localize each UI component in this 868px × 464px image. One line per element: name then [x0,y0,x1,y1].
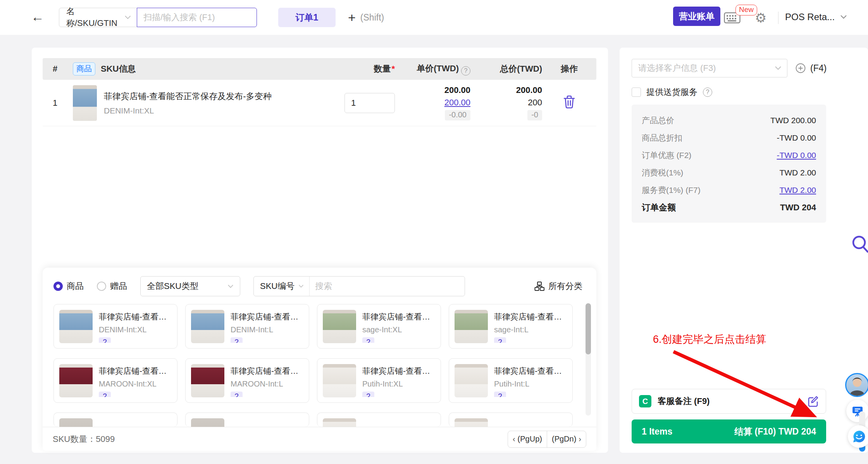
search-magnifier-icon[interactable] [851,235,868,255]
radio-selected-icon [53,282,63,291]
unit-discount: -0.00 [445,110,470,120]
checkout-button[interactable]: 1 Items 结算 (F10) TWD 204 [632,419,826,443]
product-card-image [59,418,93,427]
card-qty-badge: 2 [231,392,243,397]
col-sku-info: 商品 SKU信息 [66,62,313,76]
summary-row-order-discount: 订单优惠 (F2)-TWD 0.00 [642,146,816,164]
row-unit-price-cell: 200.00 200.00 -0.00 [395,85,470,120]
plus-circle-icon [796,63,806,73]
pgdn-label: (PgDn) [552,435,576,443]
page-up-button[interactable]: ‹ (PgUp) [508,431,547,447]
product-card[interactable]: 菲律宾店铺-查看能否正... DENIM-Int:L 2 [185,304,309,349]
search-input[interactable] [137,8,257,27]
card-qty-badge: 2 [362,337,374,343]
card-variant: MAROON-Int:L [231,380,303,388]
row-qty-cell [313,93,395,113]
scrollbar-thumb[interactable] [586,303,591,354]
business-bill-button[interactable]: 营业账单 [673,7,720,26]
sku-type-select[interactable]: 全部SKU类型 [140,276,240,296]
product-list-footer: SKU数量：5099 ‹ (PgUp) (PgDn) › [43,427,596,451]
product-card[interactable]: 菲律宾店铺-查看能否正... MAROON-Int:XL 2 [53,358,177,403]
delivery-service-row: 提供送货服务 ? [632,86,712,98]
order-tab-label: 订单1 [296,12,319,24]
search-type-label: 名称/SKU/GTIN [66,6,124,29]
chevron-down-icon [775,66,782,70]
settings-gear-icon[interactable]: ⚙ [755,10,766,26]
keyboard-shortcuts-button[interactable]: New [724,11,742,26]
customer-placeholder: 请选择客户信息 (F3) [638,62,716,74]
pagination: ‹ (PgUp) (PgDn) › [508,431,586,448]
delivery-label: 提供送货服务 [646,86,698,98]
card-name: 菲律宾店铺-查看能否正... [99,311,172,322]
service-fee-link[interactable]: TWD 2.00 [779,186,816,195]
product-card[interactable]: 菲律宾店铺-查看能否正... Putih-Int:L 2 [449,358,573,403]
product-card[interactable]: 菲律宾店铺-查看能否正... sage-Int:L 2 [449,304,573,349]
store-selector[interactable]: POS Reta... [785,12,847,22]
row-actions-cell [542,95,596,111]
product-grid-scrollbar[interactable] [586,303,591,416]
edit-note-icon[interactable] [807,395,819,407]
unit-price-edit-link[interactable]: 200.00 [444,98,470,108]
product-card-image [455,364,488,397]
product-card-partial[interactable] [449,412,573,427]
chevron-down-icon [298,284,304,288]
add-order-button[interactable]: + (Shift) [348,8,384,27]
card-variant: sage-Int:L [494,325,567,334]
product-card[interactable]: 菲律宾店铺-查看能否正... DENIM-Int:XL 2 [53,304,177,349]
radio-product-label: 商品 [67,280,84,292]
product-card-image [323,364,356,397]
cart-table-header: # 商品 SKU信息 数量* 单价(TWD)? 总价(TWD) 操作 [43,58,596,80]
add-customer-button[interactable]: (F4) [796,59,827,77]
card-variant: sage-Int:XL [362,325,435,334]
order-discount-link[interactable]: -TWD 0.00 [777,151,816,160]
add-order-shortcut: (Shift) [360,12,384,23]
search-type-select[interactable]: 名称/SKU/GTIN [59,8,137,27]
page-down-button[interactable]: (PgDn) › [547,431,586,447]
service-note-box[interactable]: C 客服备注 (F9) [632,389,826,414]
chevron-left-icon: ‹ [513,435,515,443]
question-circle-icon[interactable]: ? [703,88,712,97]
all-categories-label: 所有分类 [548,280,582,292]
card-variant: Putih-Int:L [494,380,567,388]
add-customer-shortcut: (F4) [810,63,827,74]
product-card-image [191,418,224,427]
sku-search-mode-select[interactable]: SKU编号 [254,277,310,296]
smiley-chat-icon [852,430,866,443]
product-card-image [323,310,356,343]
card-name: 菲律宾店铺-查看能否正... [494,366,567,376]
back-arrow-icon[interactable]: ← [31,10,44,23]
support-agent-avatar[interactable] [845,373,868,397]
product-card-partial[interactable] [185,412,309,427]
product-card[interactable]: 菲律宾店铺-查看能否正... MAROON-Int:L 2 [185,358,309,403]
all-categories-button[interactable]: 所有分类 [534,276,582,296]
radio-gift[interactable]: 赠品 [97,280,127,292]
product-name: 菲律宾店铺-查看能否正常保存及发布-多变种 [104,91,272,102]
chevron-down-icon [227,284,234,289]
summary-row-service-fee: 服务费(1%) (F7)TWD 2.00 [642,181,816,199]
card-name: 菲律宾店铺-查看能否正... [231,311,303,322]
product-card-partial[interactable] [53,412,177,427]
product-card-image [191,364,224,397]
delete-trash-icon[interactable] [563,95,575,108]
product-card-image [59,310,93,343]
card-name: 菲律宾店铺-查看能否正... [99,366,172,376]
note-label: 客服备注 (F9) [658,395,801,407]
tab-order-1[interactable]: 订单1 [278,8,336,27]
sku-search-input[interactable] [310,277,465,296]
radio-unselected-icon [97,282,106,291]
product-card[interactable]: 菲律宾店铺-查看能否正... sage-Int:XL 2 [317,304,441,349]
radio-product[interactable]: 商品 [53,280,84,292]
live-chat-button[interactable] [848,425,868,448]
delivery-checkbox[interactable] [632,88,641,97]
bill-button-label: 营业账单 [679,10,715,22]
product-variant: DENIM-Int:XL [104,106,272,115]
question-circle-icon[interactable]: ? [461,66,470,76]
product-card[interactable]: 菲律宾店铺-查看能否正... Putih-Int:XL 2 [317,358,441,403]
category-sitemap-icon [534,281,544,291]
customer-select[interactable]: 请选择客户信息 (F3) [632,59,787,77]
product-card-partial[interactable] [317,412,441,427]
summary-row-tax: 消费税(1%)TWD 2.00 [642,164,816,181]
quantity-input[interactable] [344,93,395,113]
card-qty-badge: 2 [231,337,243,343]
card-qty-badge: 2 [494,392,506,397]
